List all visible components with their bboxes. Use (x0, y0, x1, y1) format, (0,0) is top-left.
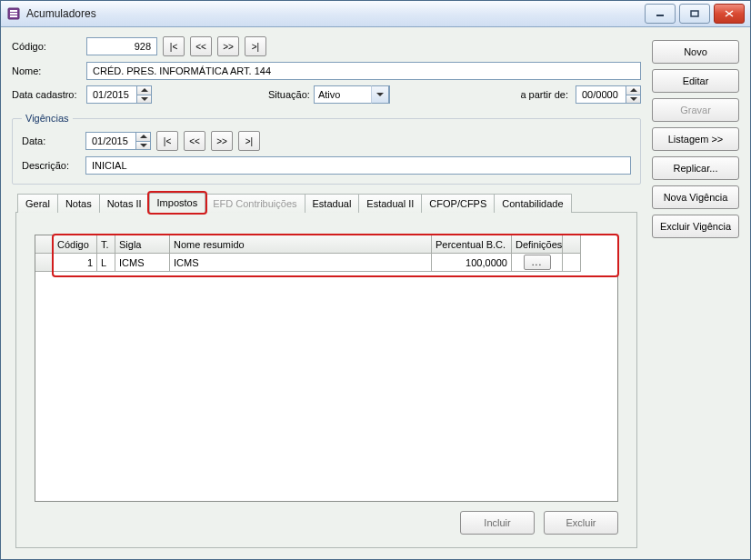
apartir-down[interactable] (626, 95, 641, 105)
col-sigla[interactable]: Sigla (115, 235, 170, 254)
app-window: Acumuladores Código: |< << >> (0, 0, 751, 560)
apartir-field[interactable] (576, 85, 641, 104)
vig-data-input[interactable] (90, 135, 132, 147)
vig-last-button[interactable]: >| (238, 131, 260, 151)
svg-rect-2 (10, 13, 17, 15)
tab-contabilidade[interactable]: Contabilidade (494, 194, 571, 213)
col-pct[interactable]: Percentual B.C. (432, 235, 512, 254)
nome-label: Nome: (12, 65, 83, 76)
nova-vigencia-button[interactable]: Nova Vigência (652, 185, 739, 209)
tab-geral[interactable]: Geral (17, 194, 58, 213)
side-buttons: Novo Editar Gravar Listagem >> Replicar.… (652, 36, 739, 548)
col-def[interactable]: Definições (512, 235, 563, 254)
tab-estadual[interactable]: Estadual (305, 194, 360, 213)
situacao-value: Ativo (318, 89, 340, 100)
grid: Código T. Sigla Nome resumido Percentual… (35, 235, 618, 502)
data-cadastro-up[interactable] (137, 85, 152, 95)
titlebar: Acumuladores (1, 1, 750, 27)
vig-prev-button[interactable]: << (184, 131, 205, 151)
vig-desc-label: Descrição: (22, 160, 82, 171)
vigencias-group: Vigências Data: |< << >> (12, 113, 641, 185)
codigo-next-button[interactable]: >> (217, 36, 239, 56)
listagem-button[interactable]: Listagem >> (652, 127, 739, 151)
grid-empty-area (35, 272, 617, 501)
incluir-button[interactable]: Incluir (460, 511, 535, 535)
client-area: Código: |< << >> >| Nome: Data cadastro: (1, 27, 750, 559)
vig-first-button[interactable]: |< (156, 131, 178, 151)
excluir-vigencia-button[interactable]: Excluir Vigência (652, 215, 739, 238)
cell-def[interactable]: ... (512, 254, 563, 272)
nome-field[interactable] (86, 62, 641, 80)
situacao-select[interactable]: Ativo (314, 85, 390, 104)
svg-rect-3 (10, 15, 17, 17)
col-trail (563, 235, 581, 254)
main-panel: Código: |< << >> >| Nome: Data cadastro: (12, 36, 641, 548)
novo-button[interactable]: Novo (652, 40, 739, 64)
cell-pct[interactable]: 100,0000 (432, 254, 512, 272)
replicar-button[interactable]: Replicar... (652, 156, 739, 180)
situacao-dropdown-icon[interactable] (371, 85, 389, 104)
codigo-prev-button[interactable]: << (190, 36, 212, 56)
codigo-input[interactable] (91, 40, 153, 53)
svg-rect-1 (10, 10, 17, 12)
codigo-last-button[interactable]: >| (245, 36, 266, 56)
vig-next-button[interactable]: >> (211, 131, 233, 151)
tab-notas2[interactable]: Notas II (99, 194, 150, 213)
vig-desc-field[interactable] (85, 156, 631, 175)
apartir-up[interactable] (626, 85, 641, 95)
vig-data-down[interactable] (136, 142, 151, 151)
cell-sigla[interactable]: ICMS (115, 254, 170, 272)
col-codigo[interactable]: Código (54, 235, 97, 254)
excluir-button[interactable]: Excluir (544, 511, 618, 535)
data-cadastro-label: Data cadastro: (12, 89, 83, 100)
gravar-button[interactable]: Gravar (652, 98, 739, 122)
tab-estadual2[interactable]: Estadual II (358, 194, 422, 213)
codigo-field[interactable] (86, 37, 157, 55)
tab-strip: Geral Notas Notas II Impostos EFD Contri… (15, 192, 637, 213)
cell-t[interactable]: L (97, 254, 115, 272)
vig-data-up[interactable] (136, 132, 151, 142)
tab-content: Código T. Sigla Nome resumido Percentual… (15, 213, 637, 548)
apartir-input[interactable] (580, 88, 622, 101)
col-nome[interactable]: Nome resumido (170, 235, 432, 254)
tab-cfop[interactable]: CFOP/CFPS (421, 194, 495, 213)
data-cadastro-down[interactable] (137, 95, 152, 105)
cell-codigo[interactable]: 1 (54, 254, 97, 272)
vigencias-legend: Vigências (22, 113, 73, 124)
app-icon (6, 6, 21, 21)
close-button[interactable] (714, 4, 745, 24)
codigo-first-button[interactable]: |< (163, 36, 185, 56)
data-cadastro-field[interactable] (86, 85, 152, 104)
vig-data-field[interactable] (85, 132, 151, 150)
cell-trail (563, 254, 581, 272)
minimize-button[interactable] (645, 4, 676, 24)
definicoes-button[interactable]: ... (524, 255, 551, 270)
maximize-button[interactable] (679, 4, 710, 24)
situacao-label: Situação: (268, 89, 310, 100)
tab-notas[interactable]: Notas (57, 194, 100, 213)
col-t[interactable]: T. (97, 235, 115, 254)
svg-rect-4 (656, 15, 664, 16)
codigo-label: Código: (12, 41, 83, 52)
svg-rect-5 (691, 11, 698, 16)
row-selector[interactable] (35, 254, 54, 272)
nome-input[interactable] (91, 65, 636, 77)
window-controls (645, 4, 745, 24)
window-title: Acumuladores (26, 7, 645, 20)
vig-data-label: Data: (22, 135, 82, 146)
vig-desc-input[interactable] (90, 159, 626, 172)
apartir-label: a partir de: (520, 89, 568, 100)
cell-nome[interactable]: ICMS (170, 254, 432, 272)
col-rowselector (35, 235, 54, 254)
editar-button[interactable]: Editar (652, 69, 739, 93)
data-cadastro-input[interactable] (91, 88, 133, 101)
tab-impostos[interactable]: Impostos (149, 193, 206, 213)
tab-efd[interactable]: EFD Contribuições (205, 194, 305, 213)
